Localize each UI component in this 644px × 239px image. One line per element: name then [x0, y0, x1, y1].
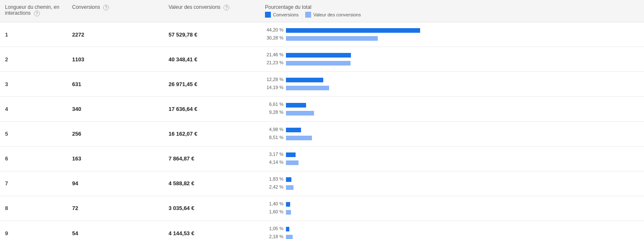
val-bar-track — [286, 35, 378, 41]
col-value-help-icon[interactable]: ? — [223, 5, 229, 11]
conversions-cell: 256 — [67, 121, 164, 146]
val-bar-fill — [286, 160, 299, 165]
legend-conversions: Conversions — [265, 12, 299, 18]
percentage-cell: 1,40 %1,60 % — [260, 196, 644, 221]
chart-legend: Conversions Valeur des conversions — [265, 12, 639, 18]
val-pct-label: 14,19 % — [265, 85, 286, 90]
val-bar-fill — [286, 61, 351, 66]
conv-bar-row: 21,46 % — [265, 51, 639, 58]
conversions-cell: 163 — [67, 146, 164, 171]
conv-bar-row: 4,98 % — [265, 126, 639, 133]
val-bar-fill — [286, 36, 378, 41]
conv-bar-fill — [286, 78, 323, 82]
conv-bar-track — [286, 76, 323, 83]
path-length-cell: 8 — [0, 196, 67, 221]
val-bar-row: 14,19 % — [265, 84, 639, 91]
conv-pct-label: 1,83 % — [265, 176, 286, 181]
path-length-cell: 2 — [0, 47, 67, 72]
percentage-cell: 12,28 %14,19 % — [260, 72, 644, 97]
val-bar-row: 2,42 % — [265, 184, 639, 190]
col-path-header: Longueur du chemin, en interactions ? — [0, 0, 67, 22]
conv-bar-row: 12,28 % — [265, 76, 639, 83]
table-row: 525616 162,07 €4,98 %8,51 % — [0, 121, 644, 146]
table-row: 61637 864,87 €3,17 %4,14 % — [0, 146, 644, 171]
percentage-cell: 6,61 %9,28 % — [260, 97, 644, 121]
conversion-value-cell: 17 636,64 € — [164, 97, 260, 121]
conversion-value-cell: 26 971,45 € — [164, 72, 260, 97]
conv-bar-track — [286, 151, 296, 158]
conversion-value-cell: 4 144,53 € — [164, 221, 260, 239]
conv-bar-fill — [286, 128, 301, 132]
col-path-help-icon[interactable]: ? — [34, 11, 40, 16]
conv-bar-fill — [286, 103, 306, 108]
path-length-cell: 5 — [0, 121, 67, 146]
percentage-cell: 4,98 %8,51 % — [260, 121, 644, 146]
val-bar-track — [286, 234, 293, 239]
col-value-header: Valeur des conversions ? — [164, 0, 260, 22]
conv-bar-track — [286, 126, 301, 133]
conv-bar-fill — [286, 28, 420, 33]
path-length-cell: 6 — [0, 146, 67, 171]
val-pct-label: 2,18 % — [265, 234, 286, 239]
conv-bar-row: 3,17 % — [265, 151, 639, 158]
legend-value: Valeur des conversions — [305, 12, 361, 18]
conv-pct-label: 6,61 % — [265, 102, 286, 107]
path-length-cell: 9 — [0, 221, 67, 239]
conversions-cell: 1103 — [67, 47, 164, 72]
val-pct-label: 1,60 % — [265, 209, 286, 214]
path-length-cell: 1 — [0, 22, 67, 47]
percentage-cell: 1,05 %2,18 % — [260, 221, 644, 239]
val-bar-track — [286, 159, 299, 165]
val-bar-row: 30,28 % — [265, 34, 639, 41]
percentage-cell: 3,17 %4,14 % — [260, 146, 644, 171]
col-conversions-header: Conversions ? — [67, 0, 164, 22]
table-row: 434017 636,64 €6,61 %9,28 % — [0, 97, 644, 121]
table-row: 8723 035,64 €1,40 %1,60 % — [0, 196, 644, 221]
val-bar-row: 21,23 % — [265, 59, 639, 66]
val-bar-row: 9,28 % — [265, 109, 639, 116]
path-length-cell: 7 — [0, 171, 67, 196]
val-pct-label: 21,23 % — [265, 60, 286, 65]
conv-bar-track — [286, 101, 306, 108]
conv-pct-label: 21,46 % — [265, 52, 286, 57]
conv-bar-row: 44,20 % — [265, 26, 639, 33]
val-bar-track — [286, 84, 329, 91]
conversions-cell: 54 — [67, 221, 164, 239]
conv-bar-track — [286, 52, 351, 58]
conv-bar-fill — [286, 202, 290, 207]
val-bar-row: 1,60 % — [265, 208, 639, 215]
conv-pct-label: 12,28 % — [265, 77, 286, 82]
val-bar-fill — [286, 86, 329, 90]
val-bar-track — [286, 134, 312, 141]
conv-bar-fill — [286, 152, 296, 157]
val-pct-label: 2,42 % — [265, 184, 286, 189]
table-row: 7944 588,82 €1,83 %2,42 % — [0, 171, 644, 196]
conversions-cell: 631 — [67, 72, 164, 97]
conversion-value-cell: 57 529,78 € — [164, 22, 260, 47]
col-conversions-help-icon[interactable]: ? — [103, 5, 109, 11]
val-bar-track — [286, 60, 351, 66]
conv-bar-track — [286, 201, 290, 207]
col-pct-label: Pourcentage du total — [265, 4, 639, 10]
conv-bar-track — [286, 226, 289, 232]
conv-bar-track — [286, 176, 291, 182]
conv-bar-row: 1,83 % — [265, 176, 639, 182]
conv-bar-row: 6,61 % — [265, 101, 639, 108]
conv-pct-label: 1,05 % — [265, 226, 286, 231]
conversion-value-cell: 7 864,87 € — [164, 146, 260, 171]
val-bar-track — [286, 110, 314, 116]
conversion-value-cell: 16 162,07 € — [164, 121, 260, 146]
path-length-cell: 4 — [0, 97, 67, 121]
val-bar-row: 2,18 % — [265, 233, 639, 239]
conv-bar-row: 1,40 % — [265, 200, 639, 207]
conversion-value-cell: 40 348,41 € — [164, 47, 260, 72]
conversions-cell: 94 — [67, 171, 164, 196]
col-value-label: Valeur des conversions — [169, 4, 221, 10]
conv-bar-fill — [286, 177, 291, 182]
val-bar-fill — [286, 235, 293, 239]
conversions-cell: 2272 — [67, 22, 164, 47]
conv-bar-row: 1,05 % — [265, 225, 639, 232]
conv-pct-label: 3,17 % — [265, 152, 286, 157]
conversion-value-cell: 4 588,82 € — [164, 171, 260, 196]
percentage-cell: 1,83 %2,42 % — [260, 171, 644, 196]
